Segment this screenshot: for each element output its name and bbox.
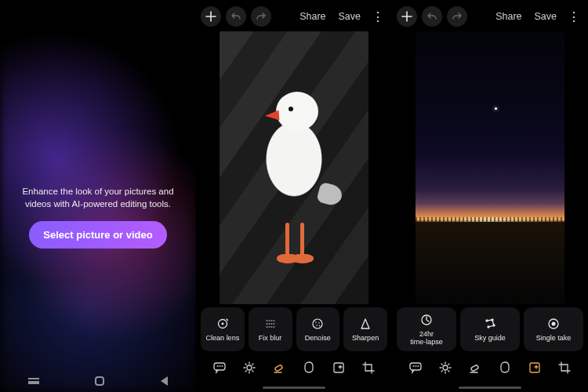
tab-strip xyxy=(196,358,392,378)
tool-fix-blur[interactable]: Fix blur xyxy=(249,307,292,351)
svg-point-19 xyxy=(443,365,448,370)
tool-denoise[interactable]: Denoise xyxy=(296,307,340,351)
single-take-icon xyxy=(546,317,561,331)
image-canvas[interactable] xyxy=(220,31,368,304)
svg-point-8 xyxy=(247,365,252,370)
nav-back-icon[interactable] xyxy=(161,376,168,386)
editor-panel-b: Share Save ⋮ 24hr time-lapse Sky guide S… xyxy=(392,0,588,392)
save-button[interactable]: Save xyxy=(332,11,368,22)
tool-24hr-timelapse[interactable]: 24hr time-lapse xyxy=(397,307,456,351)
tab-chat-icon[interactable] xyxy=(212,360,227,376)
intro-tagline: Enhance the look of your pictures and vi… xyxy=(20,186,176,210)
tool-single-take[interactable]: Single take xyxy=(524,307,583,351)
tool-label: Sky guide xyxy=(474,335,506,343)
tab-generative-icon[interactable] xyxy=(331,360,347,376)
svg-point-2 xyxy=(313,319,322,328)
svg-point-1 xyxy=(221,322,223,325)
more-menu-button[interactable]: ⋮ xyxy=(367,9,387,24)
tool-label: 24hr time-lapse xyxy=(410,331,443,347)
svg-rect-10 xyxy=(334,363,343,372)
sharpen-icon xyxy=(358,317,372,331)
add-button[interactable] xyxy=(397,6,417,27)
sky-guide-icon xyxy=(483,317,497,331)
tab-generative-icon[interactable] xyxy=(527,360,543,376)
undo-button[interactable] xyxy=(422,6,442,27)
share-button[interactable]: Share xyxy=(293,11,332,22)
tab-adjust-icon[interactable] xyxy=(241,360,257,376)
tab-strip xyxy=(392,358,588,378)
svg-rect-20 xyxy=(470,365,478,372)
more-menu-button[interactable]: ⋮ xyxy=(563,9,583,24)
tab-chat-icon[interactable] xyxy=(408,360,423,376)
svg-point-4 xyxy=(319,322,321,324)
tool-label: Denoise xyxy=(305,335,331,343)
image-canvas[interactable] xyxy=(416,31,564,304)
tab-adjust-icon[interactable] xyxy=(437,360,453,376)
tool-label: Fix blur xyxy=(259,335,282,343)
denoise-icon xyxy=(310,317,325,331)
svg-point-6 xyxy=(319,325,321,326)
tool-row: Clean lens Fix blur Denoise Sharpen xyxy=(201,307,387,351)
intro-panel: Enhance the look of your pictures and vi… xyxy=(0,0,196,392)
tab-crop-icon[interactable] xyxy=(557,360,572,376)
tab-mask-icon[interactable] xyxy=(497,360,513,376)
tool-clean-lens[interactable]: Clean lens xyxy=(201,307,245,351)
tab-mask-icon[interactable] xyxy=(301,360,317,376)
fix-blur-icon xyxy=(263,317,278,331)
undo-button[interactable] xyxy=(226,6,246,27)
select-media-button[interactable]: Select picture or video xyxy=(29,221,166,249)
tab-crop-icon[interactable] xyxy=(361,360,376,376)
clean-lens-icon xyxy=(216,317,230,331)
redo-button[interactable] xyxy=(447,6,467,27)
gesture-handle xyxy=(263,387,325,389)
redo-button[interactable] xyxy=(251,6,271,27)
gesture-handle xyxy=(459,387,521,389)
svg-rect-9 xyxy=(274,365,282,372)
tool-label: Sharpen xyxy=(352,335,379,343)
timelapse-icon xyxy=(419,313,434,327)
svg-point-3 xyxy=(316,321,318,323)
svg-rect-21 xyxy=(530,363,539,372)
svg-point-17 xyxy=(552,321,556,325)
svg-point-5 xyxy=(317,325,318,326)
nav-recents-icon[interactable] xyxy=(28,378,39,384)
android-navbar xyxy=(0,374,196,388)
tool-label: Single take xyxy=(536,335,572,343)
editor-panel-a: Share Save ⋮ Clean lens Fix blur Denoi xyxy=(196,0,392,392)
tool-sharpen[interactable]: Sharpen xyxy=(343,307,387,351)
tool-sky-guide[interactable]: Sky guide xyxy=(460,307,520,351)
share-button[interactable]: Share xyxy=(489,11,528,22)
save-button[interactable]: Save xyxy=(528,11,564,22)
tab-eraser-icon[interactable] xyxy=(467,360,483,376)
tool-label: Clean lens xyxy=(206,335,240,343)
tab-eraser-icon[interactable] xyxy=(271,360,287,376)
add-button[interactable] xyxy=(201,6,221,27)
nav-home-icon[interactable] xyxy=(95,376,104,386)
tool-row: 24hr time-lapse Sky guide Single take xyxy=(397,307,583,351)
